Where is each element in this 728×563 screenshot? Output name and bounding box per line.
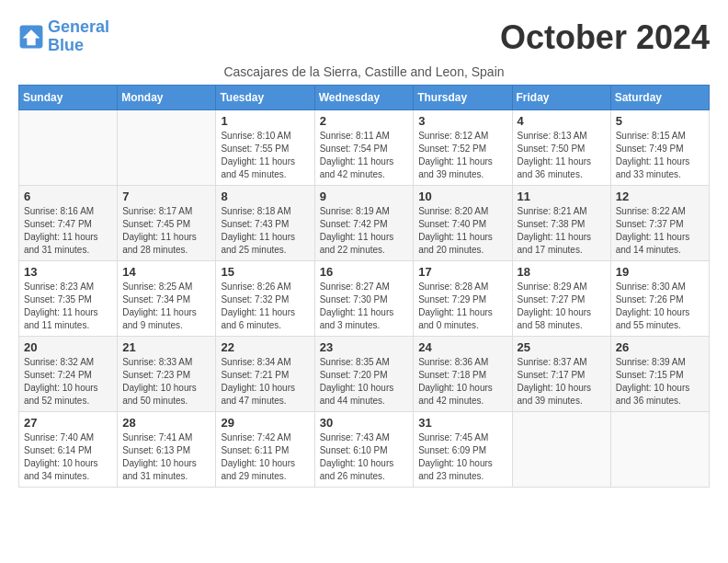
day-number: 16	[320, 265, 409, 279]
day-info: Sunrise: 8:22 AM Sunset: 7:37 PM Dayligh…	[616, 205, 704, 257]
day-number: 19	[616, 265, 704, 279]
day-number: 4	[518, 114, 606, 128]
calendar-cell: 8Sunrise: 8:18 AM Sunset: 7:43 PM Daylig…	[216, 186, 314, 261]
day-number: 29	[221, 416, 309, 430]
calendar-cell: 16Sunrise: 8:27 AM Sunset: 7:30 PM Dayli…	[314, 261, 414, 337]
day-info: Sunrise: 8:29 AM Sunset: 7:27 PM Dayligh…	[518, 281, 606, 332]
day-number: 21	[122, 340, 210, 354]
subtitle: Cascajares de la Sierra, Castille and Le…	[18, 64, 710, 79]
day-number: 1	[221, 114, 309, 128]
logo: General Blue	[18, 18, 109, 55]
day-number: 10	[418, 190, 506, 203]
day-number: 2	[320, 114, 409, 128]
calendar-cell: 5Sunrise: 8:15 AM Sunset: 7:49 PM Daylig…	[610, 110, 709, 186]
day-info: Sunrise: 8:19 AM Sunset: 7:42 PM Dayligh…	[320, 205, 409, 257]
calendar-week-row: 1Sunrise: 8:10 AM Sunset: 7:55 PM Daylig…	[19, 110, 710, 186]
calendar-cell: 26Sunrise: 8:39 AM Sunset: 7:15 PM Dayli…	[610, 337, 709, 412]
day-info: Sunrise: 8:13 AM Sunset: 7:50 PM Dayligh…	[518, 130, 606, 181]
calendar-cell: 21Sunrise: 8:33 AM Sunset: 7:23 PM Dayli…	[118, 337, 216, 412]
calendar-cell: 31Sunrise: 7:45 AM Sunset: 6:09 PM Dayli…	[414, 412, 512, 488]
weekday-header: Wednesday	[314, 86, 414, 110]
day-info: Sunrise: 8:34 AM Sunset: 7:21 PM Dayligh…	[221, 356, 309, 408]
weekday-header-row: SundayMondayTuesdayWednesdayThursdayFrid…	[19, 86, 710, 110]
calendar-cell: 27Sunrise: 7:40 AM Sunset: 6:14 PM Dayli…	[19, 412, 118, 488]
calendar-cell: 15Sunrise: 8:26 AM Sunset: 7:32 PM Dayli…	[216, 261, 314, 337]
day-info: Sunrise: 8:35 AM Sunset: 7:20 PM Dayligh…	[320, 356, 409, 408]
day-number: 14	[122, 265, 210, 279]
calendar-cell: 14Sunrise: 8:25 AM Sunset: 7:34 PM Dayli…	[118, 261, 216, 337]
calendar-cell: 10Sunrise: 8:20 AM Sunset: 7:40 PM Dayli…	[414, 186, 512, 261]
logo-line2: Blue	[48, 36, 84, 54]
day-info: Sunrise: 8:11 AM Sunset: 7:54 PM Dayligh…	[320, 130, 409, 181]
day-number: 24	[418, 340, 506, 354]
day-info: Sunrise: 8:21 AM Sunset: 7:38 PM Dayligh…	[518, 205, 606, 257]
calendar-cell	[19, 110, 118, 186]
day-number: 7	[122, 190, 210, 203]
day-number: 22	[221, 340, 309, 354]
weekday-header: Friday	[512, 86, 610, 110]
title-area: October 2024	[500, 18, 710, 57]
day-number: 28	[122, 416, 210, 430]
calendar-week-row: 13Sunrise: 8:23 AM Sunset: 7:35 PM Dayli…	[19, 261, 710, 337]
day-number: 12	[616, 190, 704, 203]
calendar-cell: 30Sunrise: 7:43 AM Sunset: 6:10 PM Dayli…	[314, 412, 414, 488]
day-number: 13	[24, 265, 112, 279]
day-info: Sunrise: 8:25 AM Sunset: 7:34 PM Dayligh…	[122, 281, 210, 332]
day-info: Sunrise: 7:42 AM Sunset: 6:11 PM Dayligh…	[221, 431, 309, 483]
day-number: 5	[616, 114, 704, 128]
day-info: Sunrise: 7:40 AM Sunset: 6:14 PM Dayligh…	[24, 431, 112, 483]
day-number: 25	[518, 340, 606, 354]
weekday-header: Thursday	[414, 86, 512, 110]
calendar-cell: 28Sunrise: 7:41 AM Sunset: 6:13 PM Dayli…	[118, 412, 216, 488]
weekday-header: Monday	[118, 86, 216, 110]
calendar-cell: 9Sunrise: 8:19 AM Sunset: 7:42 PM Daylig…	[314, 186, 414, 261]
calendar-cell	[610, 412, 709, 488]
day-info: Sunrise: 8:17 AM Sunset: 7:45 PM Dayligh…	[122, 205, 210, 257]
month-title: October 2024	[500, 18, 710, 57]
day-number: 15	[221, 265, 309, 279]
day-number: 8	[221, 190, 309, 203]
calendar-cell	[118, 110, 216, 186]
calendar-week-row: 6Sunrise: 8:16 AM Sunset: 7:47 PM Daylig…	[19, 186, 710, 261]
day-info: Sunrise: 7:41 AM Sunset: 6:13 PM Dayligh…	[122, 431, 210, 483]
day-info: Sunrise: 8:26 AM Sunset: 7:32 PM Dayligh…	[221, 281, 309, 332]
calendar-cell: 7Sunrise: 8:17 AM Sunset: 7:45 PM Daylig…	[118, 186, 216, 261]
weekday-header: Tuesday	[216, 86, 314, 110]
day-number: 26	[616, 340, 704, 354]
day-number: 9	[320, 190, 409, 203]
calendar-cell: 3Sunrise: 8:12 AM Sunset: 7:52 PM Daylig…	[414, 110, 512, 186]
day-number: 23	[320, 340, 409, 354]
calendar-cell: 6Sunrise: 8:16 AM Sunset: 7:47 PM Daylig…	[19, 186, 118, 261]
calendar-cell: 20Sunrise: 8:32 AM Sunset: 7:24 PM Dayli…	[19, 337, 118, 412]
weekday-header: Saturday	[610, 86, 709, 110]
calendar-week-row: 27Sunrise: 7:40 AM Sunset: 6:14 PM Dayli…	[19, 412, 710, 488]
calendar-cell: 22Sunrise: 8:34 AM Sunset: 7:21 PM Dayli…	[216, 337, 314, 412]
calendar-cell: 13Sunrise: 8:23 AM Sunset: 7:35 PM Dayli…	[19, 261, 118, 337]
logo-text: General Blue	[48, 18, 109, 55]
day-number: 6	[24, 190, 112, 203]
day-info: Sunrise: 8:16 AM Sunset: 7:47 PM Dayligh…	[24, 205, 112, 257]
day-info: Sunrise: 8:36 AM Sunset: 7:18 PM Dayligh…	[418, 356, 506, 408]
day-info: Sunrise: 8:10 AM Sunset: 7:55 PM Dayligh…	[221, 130, 309, 181]
day-info: Sunrise: 7:45 AM Sunset: 6:09 PM Dayligh…	[418, 431, 506, 483]
day-info: Sunrise: 8:32 AM Sunset: 7:24 PM Dayligh…	[24, 356, 112, 408]
day-number: 18	[518, 265, 606, 279]
calendar-cell: 2Sunrise: 8:11 AM Sunset: 7:54 PM Daylig…	[314, 110, 414, 186]
calendar-cell: 12Sunrise: 8:22 AM Sunset: 7:37 PM Dayli…	[610, 186, 709, 261]
calendar-cell: 17Sunrise: 8:28 AM Sunset: 7:29 PM Dayli…	[414, 261, 512, 337]
day-info: Sunrise: 7:43 AM Sunset: 6:10 PM Dayligh…	[320, 431, 409, 483]
day-number: 31	[418, 416, 506, 430]
calendar-cell: 25Sunrise: 8:37 AM Sunset: 7:17 PM Dayli…	[512, 337, 610, 412]
calendar-cell: 11Sunrise: 8:21 AM Sunset: 7:38 PM Dayli…	[512, 186, 610, 261]
day-info: Sunrise: 8:18 AM Sunset: 7:43 PM Dayligh…	[221, 205, 309, 257]
day-info: Sunrise: 8:39 AM Sunset: 7:15 PM Dayligh…	[616, 356, 704, 408]
day-info: Sunrise: 8:33 AM Sunset: 7:23 PM Dayligh…	[122, 356, 210, 408]
day-info: Sunrise: 8:28 AM Sunset: 7:29 PM Dayligh…	[418, 281, 506, 332]
day-info: Sunrise: 8:15 AM Sunset: 7:49 PM Dayligh…	[616, 130, 704, 181]
day-number: 3	[418, 114, 506, 128]
calendar-cell: 24Sunrise: 8:36 AM Sunset: 7:18 PM Dayli…	[414, 337, 512, 412]
day-number: 17	[418, 265, 506, 279]
day-info: Sunrise: 8:20 AM Sunset: 7:40 PM Dayligh…	[418, 205, 506, 257]
day-number: 20	[24, 340, 112, 354]
calendar-cell: 23Sunrise: 8:35 AM Sunset: 7:20 PM Dayli…	[314, 337, 414, 412]
